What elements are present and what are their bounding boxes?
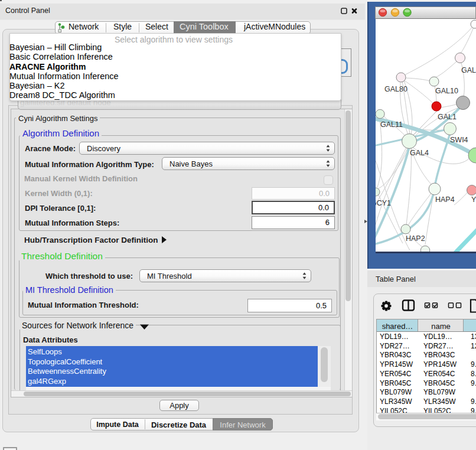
svg-text:SWI4: SWI4	[450, 136, 468, 144]
svg-text:GCY1: GCY1	[376, 199, 391, 207]
svg-text:GAL2: GAL2	[461, 66, 476, 74]
svg-text:Y: Y	[471, 195, 476, 204]
svg-text:HAP4: HAP4	[435, 195, 455, 204]
svg-text:GAL10: GAL10	[435, 87, 458, 95]
svg-text:GAL4: GAL4	[410, 149, 429, 157]
svg-text:GAL11: GAL11	[380, 120, 403, 129]
svg-text:GAL1: GAL1	[438, 113, 457, 121]
svg-text:GAL80: GAL80	[384, 85, 407, 93]
svg-text:HAP2: HAP2	[406, 234, 425, 243]
